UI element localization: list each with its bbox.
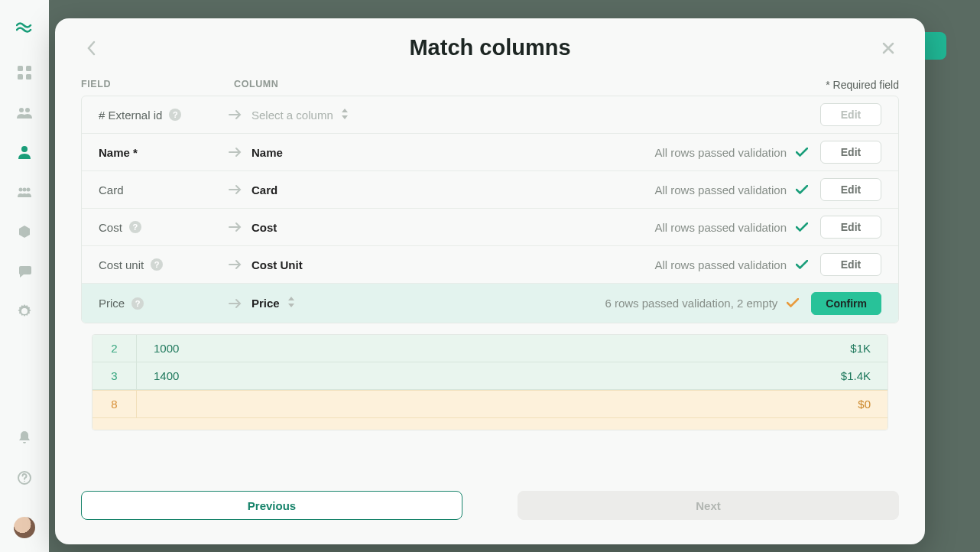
field-label: Card	[99, 183, 229, 196]
close-button[interactable]	[878, 37, 899, 59]
validation-status: All rows passed validation	[654, 146, 808, 159]
validation-text: All rows passed validation	[654, 146, 787, 159]
field-label: Cost ?	[99, 221, 229, 234]
svg-rect-1	[26, 66, 31, 71]
column-value-text: Cost Unit	[251, 258, 303, 271]
help-icon[interactable]: ?	[131, 297, 144, 310]
nav-dashboard-icon[interactable]	[16, 64, 33, 81]
edit-button[interactable]: Edit	[820, 253, 881, 276]
field-label-text: # External id	[99, 109, 162, 122]
field-label: # External id ?	[99, 109, 229, 122]
back-button[interactable]	[81, 37, 102, 59]
arrow-right-icon	[229, 109, 251, 120]
validation-status: 6 rows passed validation, 2 empty	[605, 297, 799, 310]
next-button[interactable]: Next	[518, 491, 899, 520]
nav-module-icon[interactable]	[16, 223, 33, 240]
field-label-text: Name *	[99, 146, 138, 159]
column-select[interactable]: Select a column	[251, 109, 481, 122]
column-select[interactable]: Price	[251, 297, 481, 310]
mapping-row-card: Card Card All rows passed validation Edi…	[82, 171, 898, 209]
select-caret-icon	[287, 297, 295, 310]
check-warn-icon	[787, 297, 799, 310]
nav-notifications-icon[interactable]	[16, 430, 33, 446]
field-label-text: Card	[99, 183, 124, 196]
edit-button[interactable]: Edit	[820, 216, 881, 239]
confirm-button[interactable]: Confirm	[811, 292, 881, 315]
mapping-row-cost-unit: Cost unit ? Cost Unit All rows passed va…	[82, 246, 898, 284]
validation-status: All rows passed validation	[654, 221, 808, 234]
price-preview-table: 2 1000 $1K 3 1400 $1.4K 8 $0	[92, 334, 888, 430]
check-icon	[796, 146, 808, 159]
mapping-row-name: Name * Name All rows passed validation E…	[82, 134, 898, 171]
header-field: FIELD	[81, 79, 234, 91]
check-icon	[796, 258, 808, 271]
nav-team-icon[interactable]	[16, 183, 33, 200]
preview-row-formatted: $1K	[819, 335, 888, 362]
arrow-right-icon	[229, 259, 251, 270]
header-required-note: * Required field	[826, 79, 899, 91]
modal-title: Match columns	[409, 35, 570, 60]
validation-text: All rows passed validation	[654, 221, 787, 234]
modal-header: Match columns	[55, 18, 925, 71]
validation-text: All rows passed validation	[654, 183, 787, 196]
mapping-row-cost: Cost ? Cost All rows passed validation E…	[82, 209, 898, 246]
svg-point-6	[21, 146, 28, 152]
column-value: Cost	[251, 221, 481, 234]
svg-point-4	[19, 108, 24, 112]
column-select-text: Select a column	[251, 109, 333, 122]
preview-row-value: 1000	[137, 335, 819, 362]
edit-button[interactable]: Edit	[820, 103, 881, 126]
validation-text: 6 rows passed validation, 2 empty	[605, 297, 777, 310]
column-value: Card	[251, 183, 481, 196]
preview-row-formatted: $1.4K	[819, 362, 888, 389]
field-label-text: Price	[99, 297, 125, 310]
match-columns-modal: Match columns FIELD COLUMN * Required fi…	[55, 18, 925, 544]
nav-settings-icon[interactable]	[16, 303, 33, 320]
preview-row: 2 1000 $1K	[92, 335, 888, 362]
svg-point-11	[24, 481, 25, 482]
column-value: Name	[251, 146, 481, 159]
help-icon[interactable]: ?	[129, 221, 141, 233]
nav-user-icon[interactable]	[16, 144, 33, 161]
arrow-right-icon	[229, 298, 251, 309]
nav-chat-icon[interactable]	[16, 263, 33, 280]
mapping-row-price: Price ? Price 6 rows passed validation, …	[82, 284, 898, 323]
arrow-right-icon	[229, 184, 251, 195]
svg-rect-0	[18, 66, 23, 71]
column-value-text: Cost	[251, 221, 277, 234]
column-value: Cost Unit	[251, 258, 481, 271]
select-caret-icon	[341, 109, 349, 122]
preview-row-number: 3	[92, 362, 137, 389]
edit-button[interactable]: Edit	[820, 141, 881, 164]
user-avatar[interactable]	[14, 517, 35, 538]
field-label: Cost unit ?	[99, 258, 229, 271]
field-label: Name *	[99, 146, 229, 159]
check-icon	[796, 183, 808, 196]
nav-people-icon[interactable]	[16, 104, 33, 121]
preview-row-number: 8	[92, 391, 137, 417]
header-column: COLUMN	[234, 79, 463, 91]
svg-rect-2	[18, 74, 23, 80]
validation-status: All rows passed validation	[654, 258, 808, 271]
nav-help-icon[interactable]	[16, 469, 33, 486]
field-label: Price ?	[99, 297, 229, 310]
preview-row: 3 1400 $1.4K	[92, 362, 888, 390]
column-value-text: Name	[251, 146, 283, 159]
svg-point-5	[25, 108, 30, 112]
arrow-right-icon	[229, 222, 251, 232]
validation-text: All rows passed validation	[654, 258, 787, 271]
field-label-text: Cost unit	[99, 258, 144, 271]
previous-button[interactable]: Previous	[81, 491, 462, 520]
preview-row-empty-partial	[92, 417, 888, 430]
check-icon	[796, 221, 808, 234]
mapping-rows: # External id ? Select a column Edit Nam…	[81, 96, 899, 323]
preview-row-formatted: $0	[819, 391, 888, 417]
validation-status: All rows passed validation	[654, 183, 808, 196]
help-icon[interactable]: ?	[169, 109, 181, 121]
preview-row-value	[137, 391, 819, 417]
svg-point-8	[23, 188, 27, 192]
mapping-header-row: FIELD COLUMN * Required field	[55, 71, 925, 96]
app-logo-icon	[16, 21, 33, 37]
help-icon[interactable]: ?	[151, 258, 163, 271]
edit-button[interactable]: Edit	[820, 178, 881, 201]
